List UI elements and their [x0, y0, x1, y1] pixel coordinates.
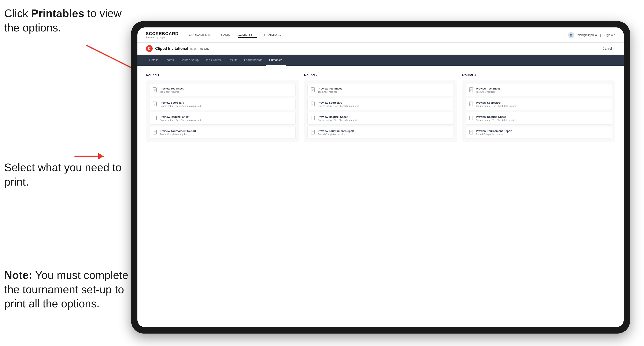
instruction-middle: Select what you need to print. [4, 161, 123, 189]
tournament-name: Clippd Invitational [155, 46, 188, 51]
round-1-scorecard-text: Preview Scorecard Course setup + Tee She… [160, 101, 201, 107]
instruction-top: Click Printables to view the options. [4, 6, 127, 35]
tournament-report-icon-r1 [153, 130, 157, 135]
tournament-report-icon-r3 [469, 130, 474, 135]
tee-sheet-icon-r1 [153, 87, 157, 92]
main-content: Round 1 [138, 66, 624, 327]
round-3-raguzzi-subtitle: Course setup + Tee Sheet data required [476, 119, 517, 121]
scorecard-icon-r2 [311, 102, 315, 107]
tee-sheet-icon-r2 [311, 87, 315, 92]
round-1-tournament-report-card[interactable]: Preview Tournament Report Round Completi… [149, 126, 296, 139]
tab-course-setup[interactable]: Course Setup [177, 55, 202, 66]
raguzzi-icon-r2 [311, 116, 315, 121]
round-2-raguzzi-card[interactable]: Preview Raguzzi Sheet Course setup + Tee… [308, 112, 454, 125]
round-1-header: Round 1 [146, 73, 299, 77]
nav-tournaments[interactable]: TOURNAMENTS [187, 32, 212, 38]
round-1-tee-sheet-subtitle: Tee Sheet required [160, 91, 184, 93]
rounds-grid: Round 1 [146, 73, 615, 142]
secondary-nav: Details Teams Course Setup Tee Groups Re… [138, 55, 624, 66]
round-3-scorecard-title: Preview Scorecard [476, 101, 517, 104]
separator: | [600, 33, 601, 37]
round-3-raguzzi-text: Preview Raguzzi Sheet Course setup + Tee… [476, 115, 517, 121]
tab-leaderboards[interactable]: Leaderboards [241, 55, 266, 66]
nav-teams[interactable]: TEAMS [219, 32, 230, 38]
tee-sheet-icon-r3 [469, 87, 474, 92]
tab-tee-groups[interactable]: Tee Groups [202, 55, 224, 66]
round-2-scorecard-card[interactable]: Preview Scorecard Course setup + Tee She… [308, 98, 454, 110]
round-2-raguzzi-text: Preview Raguzzi Sheet Course setup + Tee… [318, 115, 359, 121]
round-3-scorecard-card[interactable]: Preview Scorecard Course setup + Tee She… [466, 98, 612, 110]
round-2-tournament-report-card[interactable]: Preview Tournament Report Round Completi… [308, 126, 454, 139]
round-2-tournament-report-title: Preview Tournament Report [318, 129, 354, 133]
round-3-tee-sheet-card[interactable]: Preview Tee Sheet Tee Sheet required [466, 84, 612, 96]
hosting-badge: Hosting [200, 47, 209, 50]
round-1-scorecard-title: Preview Scorecard [160, 101, 201, 104]
tablet-device: SCOREBOARD Powered by clippd TOURNAMENTS… [131, 21, 630, 334]
svg-marker-3 [98, 153, 104, 159]
printables-bold: Printables [31, 7, 84, 19]
raguzzi-icon-r1 [153, 116, 157, 121]
round-3-tournament-report-subtitle: Round Completion required [476, 133, 512, 136]
tablet-screen: SCOREBOARD Powered by clippd TOURNAMENTS… [138, 27, 624, 327]
nav-rankings[interactable]: RANKINGS [264, 32, 281, 38]
round-3-scorecard-text: Preview Scorecard Course setup + Tee She… [476, 101, 517, 107]
user-avatar: 👤 [568, 32, 574, 38]
brand-title: SCOREBOARD [146, 31, 178, 36]
top-nav-bar: SCOREBOARD Powered by clippd TOURNAMENTS… [138, 27, 624, 43]
tournament-bar: C Clippd Invitational (Men) Hosting Canc… [138, 43, 624, 55]
round-3-tee-sheet-text: Preview Tee Sheet Tee Sheet required [476, 87, 500, 93]
round-3-tee-sheet-subtitle: Tee Sheet required [476, 91, 500, 93]
round-1-tournament-report-subtitle: Round Completion required [160, 133, 196, 136]
round-3-tournament-report-card[interactable]: Preview Tournament Report Round Completi… [466, 126, 612, 139]
round-3-scorecard-subtitle: Course setup + Tee Sheet data required [476, 105, 517, 107]
cancel-x-icon: ✕ [613, 47, 615, 50]
scorecard-icon-r3 [469, 102, 474, 107]
round-3-tournament-report-title: Preview Tournament Report [476, 129, 512, 133]
tab-teams[interactable]: Teams [162, 55, 177, 66]
round-1-tee-sheet-title: Preview Tee Sheet [160, 87, 184, 90]
top-nav-links: TOURNAMENTS TEAMS COMMITTEE RANKINGS [187, 32, 568, 38]
sign-out-link[interactable]: Sign out [604, 33, 615, 37]
round-2-tournament-report-subtitle: Round Completion required [318, 133, 354, 136]
round-2-raguzzi-subtitle: Course setup + Tee Sheet data required [318, 119, 359, 121]
nav-right: 👤 blair@clippd.io | Sign out [568, 32, 615, 38]
round-3-raguzzi-card[interactable]: Preview Raguzzi Sheet Course setup + Tee… [466, 112, 612, 125]
round-3-raguzzi-title: Preview Raguzzi Sheet [476, 115, 517, 118]
raguzzi-icon-r3 [469, 116, 474, 121]
round-1-raguzzi-subtitle: Course setup + Tee Sheet data required [160, 119, 201, 121]
user-email: blair@clippd.io [578, 33, 597, 37]
round-2-tee-sheet-title: Preview Tee Sheet [318, 87, 342, 90]
round-2-cards: Preview Tee Sheet Tee Sheet required [304, 80, 457, 142]
round-2-tee-sheet-subtitle: Tee Sheet required [318, 91, 342, 93]
round-2-scorecard-text: Preview Scorecard Course setup + Tee She… [318, 101, 359, 107]
round-1-scorecard-card[interactable]: Preview Scorecard Course setup + Tee She… [149, 98, 296, 110]
cancel-button[interactable]: Cancel ✕ [602, 47, 615, 50]
round-1-raguzzi-card[interactable]: Preview Raguzzi Sheet Course setup + Tee… [149, 112, 296, 125]
round-1-tee-sheet-card[interactable]: Preview Tee Sheet Tee Sheet required [149, 84, 296, 96]
round-1-tournament-report-title: Preview Tournament Report [160, 129, 196, 133]
round-3-column: Round 3 [462, 73, 615, 142]
round-1-tee-sheet-text: Preview Tee Sheet Tee Sheet required [160, 87, 184, 93]
round-2-scorecard-title: Preview Scorecard [318, 101, 359, 104]
round-1-raguzzi-text: Preview Raguzzi Sheet Course setup + Tee… [160, 115, 201, 121]
round-3-tournament-report-text: Preview Tournament Report Round Completi… [476, 129, 512, 136]
round-2-scorecard-subtitle: Course setup + Tee Sheet data required [318, 105, 359, 107]
round-2-tournament-report-text: Preview Tournament Report Round Completi… [318, 129, 354, 136]
round-1-tournament-report-text: Preview Tournament Report Round Completi… [160, 129, 196, 136]
round-2-header: Round 2 [304, 73, 457, 77]
tab-details[interactable]: Details [146, 55, 162, 66]
round-1-scorecard-subtitle: Course setup + Tee Sheet data required [160, 105, 201, 107]
round-2-raguzzi-title: Preview Raguzzi Sheet [318, 115, 359, 118]
tab-results[interactable]: Results [224, 55, 241, 66]
tournament-report-icon-r2 [311, 130, 315, 135]
tournament-logo: C [146, 45, 153, 52]
scorecard-icon-r1 [153, 102, 157, 107]
round-2-tee-sheet-text: Preview Tee Sheet Tee Sheet required [318, 87, 342, 93]
nav-committee[interactable]: COMMITTEE [238, 32, 257, 38]
tab-printables[interactable]: Printables [266, 55, 286, 66]
tournament-badge: (Men) [190, 47, 198, 50]
instruction-bottom: Note: You must complete the tournament s… [4, 268, 129, 311]
round-2-tee-sheet-card[interactable]: Preview Tee Sheet Tee Sheet required [308, 84, 454, 96]
brand-subtitle: Powered by clippd [146, 36, 178, 39]
round-1-raguzzi-title: Preview Raguzzi Sheet [160, 115, 201, 118]
